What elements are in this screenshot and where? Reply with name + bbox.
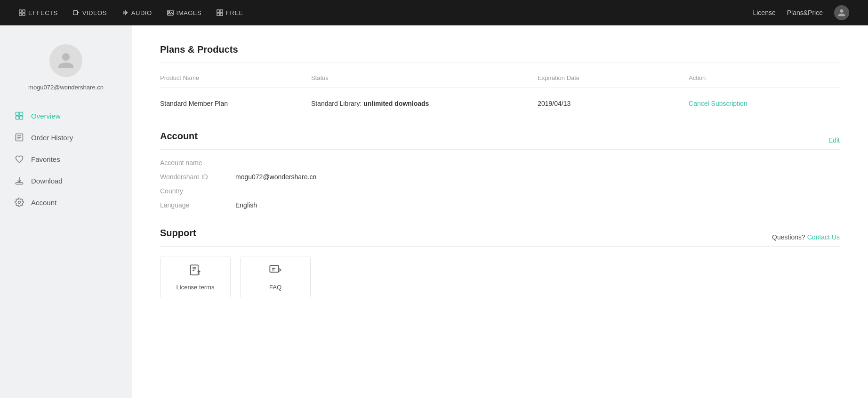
nav-effects[interactable]: EFFECTS [19,9,58,16]
language-value: English [235,201,257,209]
top-navigation: EFFECTS VIDEOS AUDIO [0,0,868,25]
faq-card[interactable]: FAQ [240,256,311,298]
country-label: Country [160,187,235,195]
sidebar-item-order-history[interactable]: Order History [0,127,132,148]
svg-rect-20 [20,112,23,116]
svg-rect-1 [23,10,25,12]
support-cards: License terms FAQ [160,256,840,298]
sidebar-avatar [49,44,82,77]
account-divider [160,149,840,150]
svg-rect-19 [16,112,19,116]
order-history-icon [14,132,24,143]
plans-price-link[interactable]: Plans&Price [787,9,823,16]
svg-rect-17 [217,13,219,16]
status-prefix: Standard Library: [311,100,363,107]
sidebar-item-label-account: Account [31,199,56,207]
sidebar-item-download[interactable]: Download [0,170,132,191]
nav-left: EFFECTS VIDEOS AUDIO [19,9,243,16]
svg-rect-18 [220,13,223,16]
faq-icon [269,264,282,280]
country-field: Country [160,187,840,195]
nav-audio[interactable]: AUDIO [122,9,152,16]
cancel-subscription-link[interactable]: Cancel Subscription [689,100,747,107]
sidebar-item-account[interactable]: Account [0,191,132,213]
svg-rect-21 [16,116,19,119]
status-bold: unlimited downloads [363,100,429,107]
sidebar-item-label-download: Download [31,177,63,185]
main-content: Plans & Products Product Name Status Exp… [132,25,868,398]
license-terms-card[interactable]: License terms [160,256,231,298]
svg-rect-36 [270,265,279,272]
license-link[interactable]: License [753,9,775,16]
svg-rect-3 [23,13,25,16]
table-row: Standard Member Plan Standard Library: u… [160,95,840,112]
svg-rect-16 [220,10,223,12]
support-section-header: Support Questions? Contact Us [160,228,840,246]
sidebar-email: mogu072@wondershare.cn [28,84,104,91]
wondershare-id-field: Wondershare ID mogu072@wondershare.cn [160,173,840,181]
svg-rect-30 [191,265,198,275]
support-question: Questions? Contact Us [772,233,840,241]
account-fields: Account name Wondershare ID mogu072@wond… [160,159,840,209]
nav-right: License Plans&Price [753,5,849,20]
expiration-date-cell: 2019/04/13 [538,100,689,107]
download-icon [14,175,24,186]
nav-free[interactable]: FREE [217,9,243,16]
col-product-name: Product Name [160,74,311,81]
action-cell: Cancel Subscription [689,100,840,107]
nav-videos[interactable]: VIDEOS [73,9,107,16]
col-action: Action [689,74,840,81]
support-section-title: Support [160,228,196,239]
page-layout: mogu072@wondershare.cn Overview [0,25,868,398]
questions-text: Questions? [772,233,805,241]
plans-table-header: Product Name Status Expiration Date Acti… [160,72,840,88]
contact-us-link[interactable]: Contact Us [807,233,840,241]
edit-account-link[interactable]: Edit [828,136,840,144]
license-terms-label: License terms [177,284,215,291]
sidebar-item-favorites[interactable]: Favorites [0,148,132,170]
sidebar-item-label-overview: Overview [31,112,61,120]
plans-section-title: Plans & Products [160,44,840,55]
overview-icon [14,111,24,121]
account-section-title: Account [160,131,198,142]
svg-marker-5 [77,12,79,14]
svg-rect-15 [217,10,219,12]
status-cell: Standard Library: unlimited downloads [311,100,538,107]
support-divider [160,246,840,247]
svg-rect-2 [19,13,22,16]
account-settings-icon [14,197,24,207]
sidebar-item-overview[interactable]: Overview [0,105,132,127]
col-status: Status [311,74,538,81]
nav-images[interactable]: IMAGES [167,9,202,16]
faq-label: FAQ [269,284,281,291]
license-icon [189,264,202,280]
sidebar: mogu072@wondershare.cn Overview [0,25,132,398]
plans-section: Plans & Products Product Name Status Exp… [160,44,840,112]
svg-rect-13 [167,10,173,16]
account-name-label: Account name [160,159,235,167]
sidebar-item-label-favorites: Favorites [31,155,60,163]
sidebar-nav: Overview Order History [0,105,132,213]
wondershare-id-label: Wondershare ID [160,173,235,181]
language-field: Language English [160,201,840,209]
sidebar-item-label-order-history: Order History [31,134,73,142]
account-section-header: Account Edit [160,131,840,149]
wondershare-id-value: mogu072@wondershare.cn [235,173,316,181]
language-label: Language [160,201,235,209]
heart-icon [14,154,24,164]
account-name-field: Account name [160,159,840,167]
account-section: Account Edit Account name Wondershare ID… [160,131,840,209]
user-avatar[interactable] [834,5,849,20]
svg-rect-4 [73,11,78,15]
svg-rect-0 [19,10,22,12]
plans-divider [160,63,840,63]
col-expiration-date: Expiration Date [538,74,689,81]
svg-rect-22 [20,116,23,119]
svg-rect-27 [16,183,23,184]
product-name-cell: Standard Member Plan [160,100,311,107]
support-section: Support Questions? Contact Us [160,228,840,298]
svg-point-29 [18,201,21,204]
